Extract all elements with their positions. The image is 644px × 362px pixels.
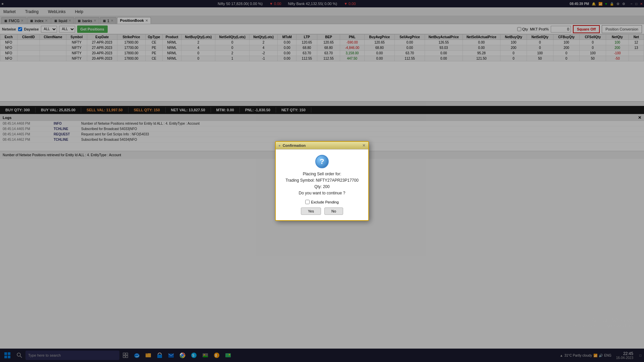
exclude-pending-row: Exclude Pending xyxy=(281,200,363,204)
modal-question-icon: ? xyxy=(315,155,329,168)
exclude-pending-checkbox[interactable] xyxy=(305,200,310,204)
modal-icon: ● xyxy=(278,143,281,147)
modal-line1: Placing Sell order for: xyxy=(281,171,363,177)
modal-message: Placing Sell order for: Trading Symbol: … xyxy=(281,171,363,197)
modal-header: ● Confirmation ✕ xyxy=(276,142,368,149)
modal-line3: Qty: 200 xyxy=(281,184,363,190)
modal-line4: Do you want to continue ? xyxy=(281,190,363,196)
modal-title-row: ● Confirmation xyxy=(278,143,306,147)
modal-line2: Trading Symbol: NIFTY27APR23P17700 xyxy=(281,177,363,184)
confirmation-modal: ● Confirmation ✕ ? Placing Sell order fo… xyxy=(275,141,369,221)
modal-yes-button[interactable]: Yes xyxy=(301,207,321,215)
modal-buttons: Yes No xyxy=(281,207,363,215)
modal-close-button[interactable]: ✕ xyxy=(362,143,366,148)
modal-no-button[interactable]: No xyxy=(324,207,343,215)
modal-title: Confirmation xyxy=(283,143,306,147)
modal-overlay: ● Confirmation ✕ ? Placing Sell order fo… xyxy=(0,0,644,362)
modal-body: ? Placing Sell order for: Trading Symbol… xyxy=(276,149,368,221)
exclude-pending-label: Exclude Pending xyxy=(311,200,339,204)
